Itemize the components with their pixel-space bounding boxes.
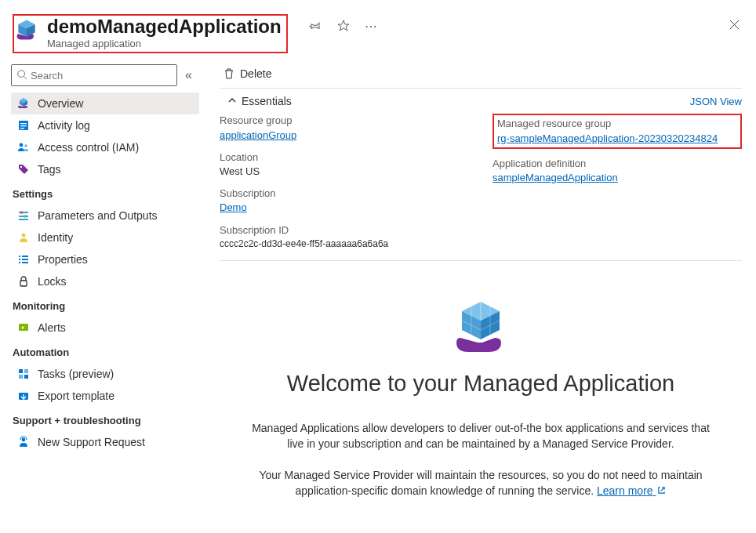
favorite-button[interactable] xyxy=(336,19,351,33)
sidebar-item-label: Alerts xyxy=(38,321,66,334)
svg-rect-30 xyxy=(20,281,27,286)
svg-rect-33 xyxy=(24,369,28,373)
svg-rect-12 xyxy=(20,123,27,124)
sidebar-item-new-support[interactable]: New Support Request xyxy=(11,431,199,453)
subscription-id-label: Subscription ID xyxy=(220,223,469,237)
sidebar-item-activity-log[interactable]: Activity log xyxy=(11,114,199,136)
alerts-icon xyxy=(17,321,30,334)
sidebar-item-label: New Support Request xyxy=(38,436,145,448)
sidebar-item-locks[interactable]: Locks xyxy=(11,270,199,292)
tasks-icon xyxy=(17,368,30,380)
svg-point-17 xyxy=(20,166,22,168)
subscription-label: Subscription xyxy=(220,187,469,201)
sidebar-item-access-control[interactable]: Access control (IAM) xyxy=(11,136,199,158)
close-button[interactable] xyxy=(729,14,740,33)
svg-line-7 xyxy=(24,77,27,80)
sidebar-item-label: Activity log xyxy=(38,119,90,132)
essentials-toggle[interactable] xyxy=(227,95,237,107)
svg-point-16 xyxy=(24,145,27,148)
essentials-label: Essentials xyxy=(242,95,292,107)
location-value: West US xyxy=(220,165,469,179)
svg-rect-32 xyxy=(19,369,23,373)
delete-button[interactable]: Delete xyxy=(220,66,274,82)
identity-icon xyxy=(17,231,30,244)
search-icon xyxy=(16,69,27,82)
svg-rect-35 xyxy=(24,375,28,379)
svg-rect-21 xyxy=(24,216,27,218)
svg-point-37 xyxy=(22,438,26,442)
svg-rect-29 xyxy=(22,262,28,263)
svg-rect-24 xyxy=(19,256,20,257)
sidebar-item-properties[interactable]: Properties xyxy=(11,248,199,270)
svg-rect-34 xyxy=(19,375,23,379)
svg-rect-27 xyxy=(22,259,28,260)
essentials-grid: Resource group applicationGroup Location… xyxy=(220,114,742,260)
app-definition-label: Application definition xyxy=(492,157,742,171)
sidebar-item-label: Access control (IAM) xyxy=(38,141,139,154)
sidebar-item-tasks[interactable]: Tasks (preview) xyxy=(11,363,199,385)
sidebar-section-automation: Automation xyxy=(11,339,199,363)
sidebar-item-label: Tasks (preview) xyxy=(38,368,114,380)
svg-rect-25 xyxy=(22,256,28,257)
sidebar-item-export-template[interactable]: Export template xyxy=(11,385,199,407)
sidebar-item-label: Properties xyxy=(38,253,88,266)
welcome-section: Welcome to your Managed Application Mana… xyxy=(220,261,742,499)
sidebar-item-parameters[interactable]: Parameters and Outputs xyxy=(11,205,199,227)
svg-point-15 xyxy=(20,143,24,147)
sidebar-item-tags[interactable]: Tags xyxy=(11,158,199,180)
managed-rg-highlight-box: Managed resource group rg-sampleManagedA… xyxy=(492,114,742,148)
sidebar-item-label: Overview xyxy=(38,97,83,110)
command-bar: Delete xyxy=(220,64,742,89)
welcome-icon xyxy=(449,296,512,358)
support-icon xyxy=(17,436,30,448)
sidebar-section-monitoring: Monitoring xyxy=(11,292,199,317)
sliders-icon xyxy=(17,209,30,222)
sidebar-section-settings: Settings xyxy=(11,180,199,205)
svg-rect-19 xyxy=(20,212,23,214)
collapse-sidebar-button[interactable]: « xyxy=(182,68,195,82)
sidebar-item-label: Identity xyxy=(38,231,73,244)
svg-rect-14 xyxy=(20,128,24,129)
location-label: Location xyxy=(220,150,469,165)
sidebar-item-label: Export template xyxy=(38,390,114,402)
welcome-para-1: Managed Applications allow developers to… xyxy=(243,420,718,452)
managed-rg-label: Managed resource group xyxy=(497,117,737,131)
subscription-id-value: cccc2c2c-dd3d-ee4e-ff5f-aaaaaa6a6a6a xyxy=(220,237,469,251)
json-view-link[interactable]: JSON View xyxy=(690,96,742,107)
managed-app-icon xyxy=(14,17,39,42)
page-header: demoManagedApplication Managed applicati… xyxy=(0,0,756,60)
search-input[interactable] xyxy=(31,70,172,82)
search-box[interactable] xyxy=(11,64,177,86)
svg-marker-3 xyxy=(338,20,349,31)
essentials-header: Essentials JSON View xyxy=(220,89,742,114)
managed-rg-link[interactable]: rg-sampleManagedApplication-202303202348… xyxy=(497,132,718,144)
learn-more-link[interactable]: Learn more xyxy=(597,484,666,497)
svg-rect-26 xyxy=(19,259,20,260)
lock-icon xyxy=(17,275,30,288)
sidebar-item-label: Parameters and Outputs xyxy=(38,209,158,222)
export-icon xyxy=(17,390,30,402)
title-highlight-box: demoManagedApplication Managed applicati… xyxy=(13,14,288,53)
log-icon xyxy=(17,119,30,132)
properties-icon xyxy=(17,253,30,266)
iam-icon xyxy=(17,141,30,154)
subscription-link[interactable]: Demo xyxy=(220,201,247,213)
app-definition-link[interactable]: sampleManagedApplication xyxy=(492,172,618,183)
svg-point-6 xyxy=(18,71,25,78)
main-content: Delete Essentials JSON View Resource gro… xyxy=(205,60,756,533)
external-link-icon xyxy=(657,483,666,499)
sidebar-item-alerts[interactable]: Alerts xyxy=(11,317,199,339)
more-button[interactable]: ⋯ xyxy=(365,19,379,33)
sidebar-section-support: Support + troubleshooting xyxy=(11,407,199,431)
resource-group-label: Resource group xyxy=(220,114,469,128)
page-subtitle: Managed application xyxy=(47,38,282,51)
resource-group-link[interactable]: applicationGroup xyxy=(220,129,296,141)
page-title: demoManagedApplication xyxy=(47,16,282,38)
svg-rect-28 xyxy=(19,262,20,263)
sidebar-item-identity[interactable]: Identity xyxy=(11,227,199,248)
pin-button[interactable] xyxy=(308,19,322,33)
welcome-para-2: Your Managed Service Provider will maint… xyxy=(243,467,718,499)
sidebar-item-overview[interactable]: Overview xyxy=(11,92,199,114)
svg-point-23 xyxy=(22,234,26,237)
delete-label: Delete xyxy=(240,67,271,80)
